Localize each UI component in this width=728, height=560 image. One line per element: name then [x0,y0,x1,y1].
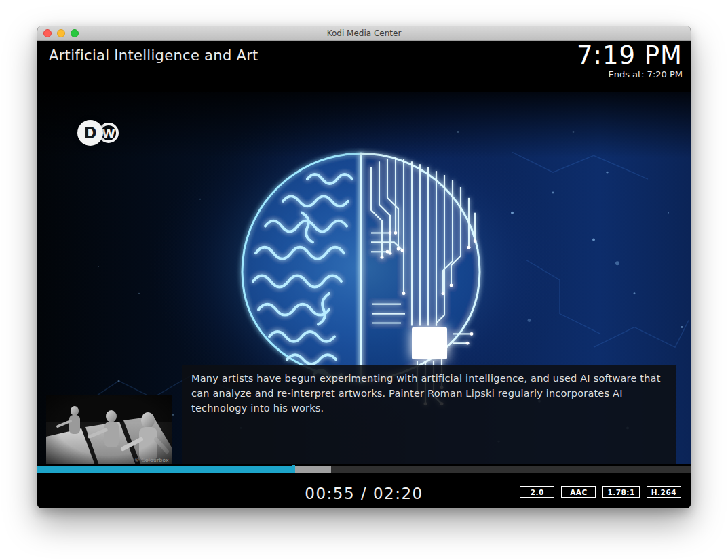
video-canvas[interactable]: D W Many artists have begun experimentin… [37,92,691,464]
progress-row [37,464,691,473]
codec-badges: 2.0 AAC 1.78:1 H.264 [520,486,681,498]
video-title: Artificial Intelligence and Art [49,47,258,64]
progress-played [37,466,294,473]
bottom-bar: 00:55 / 02:20 2.0 AAC 1.78:1 H.264 [37,473,691,508]
video-thumbnail: © Colourbox [46,395,172,464]
window-title: Kodi Media Center [37,28,691,38]
clock: 7:19 PM [577,43,683,69]
clock-block: 7:19 PM Ends at: 7:20 PM [577,43,683,79]
badge-audio-channels: 2.0 [520,486,554,498]
kodi-window: Kodi Media Center Artificial Intelligenc… [37,26,691,508]
seekbar[interactable] [37,466,691,473]
badge-audio-codec: AAC [561,486,596,498]
subtitle-overlay: Many artists have begun experimenting wi… [182,365,676,464]
window-titlebar[interactable]: Kodi Media Center [37,26,691,41]
thumbnail-watermark: © Colourbox [134,457,169,463]
ends-at-label: Ends at: 7:20 PM [577,69,683,79]
thumbnail-robots-image [46,395,172,464]
dw-logo-d-icon: D [77,120,103,146]
subtitle-text: Many artists have begun experimenting wi… [191,372,667,416]
badge-aspect-ratio: 1.78:1 [602,486,639,498]
badge-video-codec: H.264 [647,486,681,498]
osd-header: Artificial Intelligence and Art 7:19 PM … [37,41,691,92]
dw-channel-logo: D W [77,120,119,146]
